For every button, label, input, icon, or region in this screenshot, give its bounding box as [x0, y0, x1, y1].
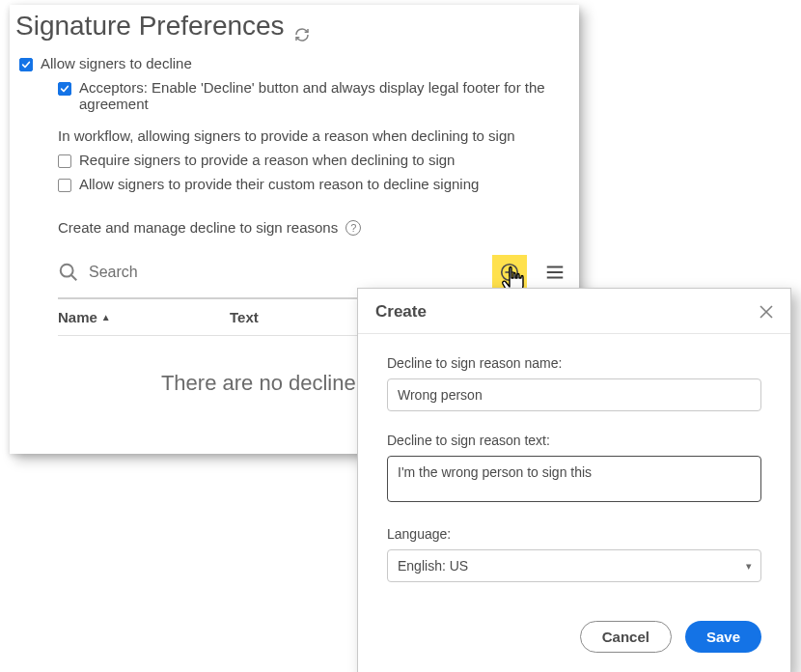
save-button[interactable]: Save — [685, 621, 761, 653]
toolbar-right — [492, 255, 569, 290]
option-acceptors: Acceptors: Enable 'Decline' button and a… — [19, 75, 579, 116]
reason-text-input[interactable] — [387, 456, 761, 502]
reason-name-input[interactable] — [387, 378, 761, 411]
cancel-button[interactable]: Cancel — [580, 621, 672, 653]
modal-body: Decline to sign reason name: Decline to … — [358, 334, 790, 621]
search-input[interactable] — [89, 264, 481, 281]
add-reason-button[interactable] — [492, 255, 527, 290]
checkbox-require-reason[interactable] — [58, 154, 71, 168]
option-require-reason: Require signers to provide a reason when… — [19, 148, 579, 172]
workflow-heading: In workflow, allowing signers to provide… — [19, 116, 579, 148]
option-allow-decline: Allow signers to decline — [19, 51, 579, 75]
search-box — [58, 262, 481, 283]
svg-line-1 — [71, 275, 76, 280]
create-reason-modal: Create Decline to sign reason name: Decl… — [357, 288, 791, 672]
checkbox-allow-decline[interactable] — [19, 58, 33, 71]
modal-footer: Cancel Save — [358, 621, 790, 672]
refresh-icon[interactable] — [294, 18, 310, 34]
hamburger-menu-icon[interactable] — [544, 262, 566, 283]
language-label: Language: — [387, 526, 761, 542]
label-allow-custom-reason: Allow signers to provide their custom re… — [79, 176, 479, 192]
reason-text-label: Decline to sign reason text: — [387, 433, 761, 448]
search-icon — [58, 262, 79, 283]
svg-point-0 — [61, 265, 73, 277]
close-icon[interactable] — [760, 305, 773, 319]
page-title: Signature Preferences — [10, 5, 579, 42]
page-title-text: Signature Preferences — [15, 11, 285, 42]
checkbox-acceptors[interactable] — [58, 82, 71, 96]
field-group-text: Decline to sign reason text: — [387, 433, 761, 505]
column-header-name[interactable]: Name ▲ — [58, 309, 230, 325]
language-select-wrap: English: US ▾ — [387, 549, 761, 582]
language-select[interactable]: English: US — [387, 549, 761, 582]
checkbox-allow-custom-reason[interactable] — [58, 179, 71, 192]
label-require-reason: Require signers to provide a reason when… — [79, 152, 455, 168]
label-allow-decline: Allow signers to decline — [41, 55, 192, 71]
help-icon[interactable]: ? — [345, 220, 361, 236]
field-group-language: Language: English: US ▾ — [387, 526, 761, 582]
label-acceptors: Acceptors: Enable 'Decline' button and a… — [79, 79, 579, 112]
sort-asc-icon: ▲ — [101, 312, 111, 322]
field-group-name: Decline to sign reason name: — [387, 355, 761, 411]
option-allow-custom-reason: Allow signers to provide their custom re… — [19, 172, 579, 196]
reason-name-label: Decline to sign reason name: — [387, 355, 761, 371]
column-name-label: Name — [58, 309, 97, 325]
reasons-heading: Create and manage decline to sign reason… — [58, 219, 338, 236]
reasons-heading-row: Create and manage decline to sign reason… — [19, 196, 579, 247]
modal-header: Create — [358, 289, 790, 334]
modal-title: Create — [375, 302, 427, 322]
